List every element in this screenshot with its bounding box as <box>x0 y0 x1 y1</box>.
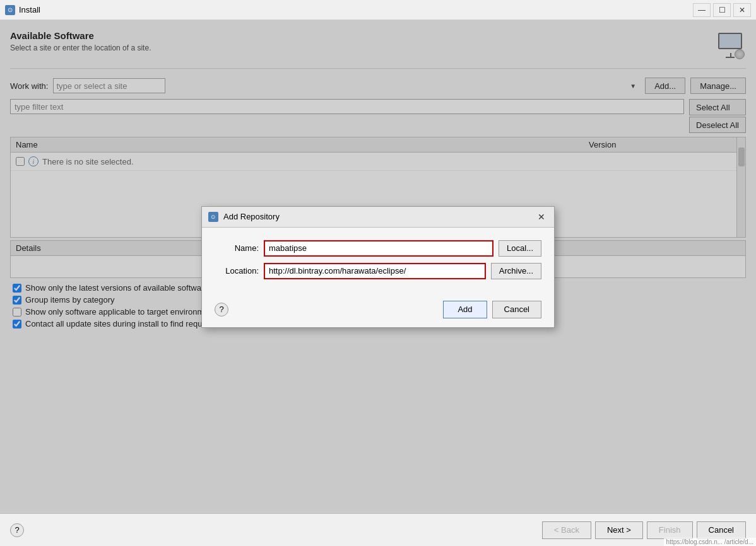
archive-button[interactable]: Archive... <box>491 263 541 279</box>
window-content: Available Software Select a site or ente… <box>0 20 756 513</box>
bottom-right: < Back Next > Finish Cancel <box>542 521 746 539</box>
title-bar: ⊙ Install — ☐ ✕ <box>0 0 756 20</box>
dialog-overlay: ⊙ Add Repository ✕ Name: Local... Locati… <box>0 20 756 513</box>
back-button[interactable]: < Back <box>542 521 591 539</box>
add-repository-dialog: ⊙ Add Repository ✕ Name: Local... Locati… <box>201 206 555 328</box>
dialog-cancel-button[interactable]: Cancel <box>492 301 541 318</box>
name-label: Name: <box>215 243 259 253</box>
app-icon: ⊙ <box>5 5 15 15</box>
minimize-button[interactable]: — <box>693 3 711 17</box>
bottom-bar: ? < Back Next > Finish Cancel <box>0 513 756 546</box>
dialog-help-button[interactable]: ? <box>215 303 228 317</box>
dialog-action-buttons: Add Cancel <box>443 301 541 318</box>
cancel-button[interactable]: Cancel <box>697 521 746 539</box>
watermark: https://blog.csdn.n... /article/d... <box>664 538 756 546</box>
dialog-body: Name: Local... Location: Archive... <box>202 228 554 294</box>
bottom-left: ? <box>10 523 24 537</box>
window-controls: — ☐ ✕ <box>693 3 751 17</box>
dialog-close-button[interactable]: ✕ <box>535 211 548 223</box>
window-title: Install <box>19 5 693 15</box>
finish-button[interactable]: Finish <box>647 521 693 539</box>
local-button[interactable]: Local... <box>499 240 541 257</box>
next-button[interactable]: Next > <box>595 521 643 539</box>
location-input[interactable] <box>264 263 486 279</box>
dialog-title: Add Repository <box>223 212 530 221</box>
location-row: Location: Archive... <box>215 263 541 279</box>
name-row: Name: Local... <box>215 240 541 257</box>
dialog-titlebar: ⊙ Add Repository ✕ <box>202 207 554 228</box>
name-input[interactable] <box>264 240 493 257</box>
dialog-add-button[interactable]: Add <box>443 301 487 318</box>
dialog-footer: ? Add Cancel <box>202 294 554 327</box>
location-label: Location: <box>215 266 259 276</box>
dialog-icon: ⊙ <box>208 212 218 222</box>
maximize-button[interactable]: ☐ <box>713 3 731 17</box>
help-button[interactable]: ? <box>10 523 24 537</box>
close-button[interactable]: ✕ <box>733 3 751 17</box>
